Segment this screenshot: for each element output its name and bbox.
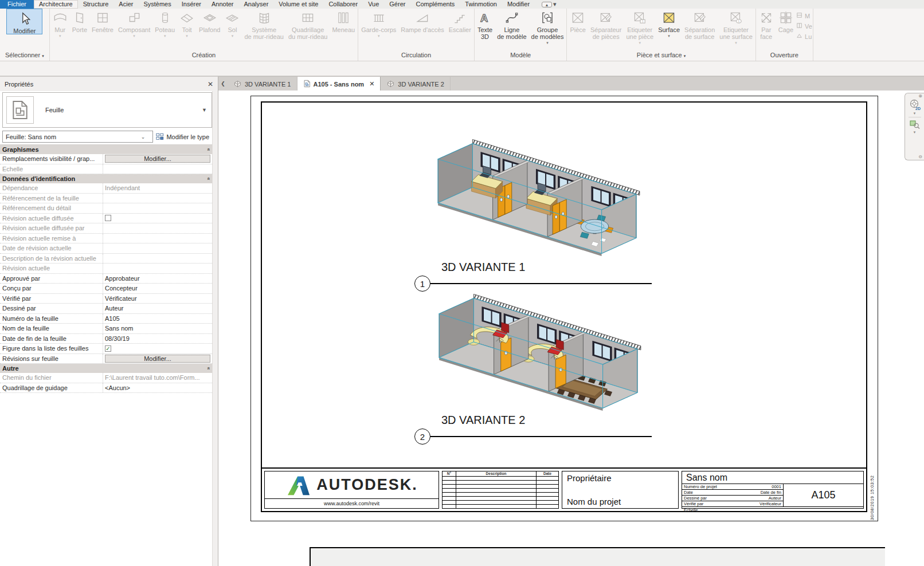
ribbon-tab-vue[interactable]: Vue xyxy=(363,0,384,9)
group-label-selectionner[interactable]: Sélectionner ▾ xyxy=(1,52,49,61)
property-modify-button[interactable]: Modifier... xyxy=(105,355,210,363)
sheet-viewport-variant-2[interactable] xyxy=(424,293,655,414)
property-row: DépendanceIndépendant xyxy=(0,183,212,194)
file-menu-button[interactable]: Fichier xyxy=(0,0,34,9)
ribbon-button-pi-ce[interactable]: Pièce xyxy=(567,9,588,33)
railing-icon xyxy=(371,10,386,25)
ribbon-tab-syst-mes[interactable]: Systèmes xyxy=(138,0,176,9)
view-tab-3d-variante-2[interactable]: 3D VARIANTE 2 xyxy=(381,77,451,91)
ribbon-button-etiqueter-une-surface[interactable]: 1Etiqueter une surface▾ xyxy=(717,9,754,45)
section-title: Graphismes xyxy=(2,146,39,153)
section-header-donn-es-d-identification[interactable]: Données d'identification« xyxy=(0,174,212,183)
ribbon-button-mur[interactable]: Mur▾ xyxy=(50,9,70,38)
ribbon-button-cage[interactable]: Cage xyxy=(776,9,796,33)
ribbon-button-groupe-de-mod-les[interactable]: Groupe de modèles▾ xyxy=(529,9,566,45)
section-header-autre[interactable]: Autre« xyxy=(0,364,212,373)
property-modify-button[interactable]: Modifier... xyxy=(105,155,210,163)
ribbon-button-composant[interactable]: Composant▾ xyxy=(116,9,152,38)
property-value[interactable]: Modifier... xyxy=(103,354,212,364)
property-value[interactable]: Auteur xyxy=(103,304,212,313)
close-icon[interactable]: ✕ xyxy=(207,80,213,88)
sheet-name-value: Sans nom xyxy=(682,471,863,484)
ribbon-tab-annoter[interactable]: Annoter xyxy=(206,0,239,9)
property-value[interactable]: Concepteur xyxy=(103,284,212,293)
ribbon-button-par-face[interactable]: Par face xyxy=(757,9,776,40)
close-tab-icon[interactable]: ✕ xyxy=(369,80,374,88)
edit-type-button[interactable]: Modifier le type xyxy=(153,131,212,143)
ribbon-button-texte-3d[interactable]: ATexte 3D xyxy=(475,9,495,40)
ribbon-button-fen-tre[interactable]: Fenêtre xyxy=(89,9,116,33)
property-checkbox[interactable] xyxy=(105,215,111,221)
instance-selector-combo[interactable]: Feuille: Sans nom ⌄ xyxy=(2,131,153,143)
property-label: Numéro de la feuille xyxy=(0,314,103,324)
ribbon-tab-volume-et-site[interactable]: Volume et site xyxy=(273,0,323,9)
ribbon-mini-button-lu[interactable]: Lu xyxy=(796,32,812,41)
ribbon-button-plafond[interactable]: Plafond xyxy=(197,9,222,33)
collapse-chevron-icon: « xyxy=(205,177,211,180)
collapse-icon[interactable]: ⊖ xyxy=(918,155,924,159)
ribbon-button-poteau[interactable]: Poteau▾ xyxy=(152,9,177,38)
type-selector[interactable]: Feuille ▼ xyxy=(2,92,212,128)
chevron-down-icon[interactable]: ▾ xyxy=(914,111,916,115)
ribbon-button-surface[interactable]: Surface▾ xyxy=(656,9,682,38)
view-tab-3d-variante-1[interactable]: 3D VARIANTE 1 xyxy=(228,77,297,91)
modify-button[interactable]: Modifier xyxy=(6,9,42,34)
property-label: Approuvé par xyxy=(0,274,103,284)
ribbon-button-toit[interactable]: Toit▾ xyxy=(177,9,197,38)
property-checkbox[interactable]: ✓ xyxy=(105,345,111,352)
close-icon[interactable]: ⊗ xyxy=(918,94,924,99)
property-value[interactable]: <Aucun> xyxy=(103,383,212,393)
ribbon-button-ligne-de-mod-le[interactable]: Ligne de modèle xyxy=(495,9,528,40)
tag-surface-icon: 1 xyxy=(729,10,743,25)
ribbon-tab-g-rer[interactable]: Gérer xyxy=(384,0,410,9)
section-header-graphismes[interactable]: Graphismes« xyxy=(0,145,212,154)
ribbon-button-syst-me-de-mur-rideau[interactable]: Système de mur-rideau xyxy=(242,9,285,40)
title-block[interactable]: AUTODESK. www.autodesk.com/revit N° Desc… xyxy=(262,467,866,511)
ribbon-button-sol[interactable]: Sol▾ xyxy=(222,9,242,38)
ribbon-tab-twinmotion[interactable]: Twinmotion xyxy=(460,0,502,9)
ribbon-button-escalier[interactable]: Escalier xyxy=(447,9,473,33)
ribbon-tab-ins-rer[interactable]: Insérer xyxy=(177,0,206,9)
ribbon-button-garde-corps[interactable]: Garde-corps▾ xyxy=(359,9,398,38)
ribbon-tab-analyser[interactable]: Analyser xyxy=(239,0,274,9)
property-value[interactable]: 08/30/19 xyxy=(103,334,212,344)
property-value[interactable]: Approbateur xyxy=(103,274,212,284)
property-value[interactable]: Sans nom xyxy=(103,324,212,333)
ribbon-button-rampe-d-acc-s[interactable]: Rampe d'accès xyxy=(398,9,446,33)
detail-number-bubble-2: 2 xyxy=(414,429,430,445)
ribbon-mini-button-m[interactable]: M xyxy=(796,11,812,20)
properties-scrollbar[interactable] xyxy=(212,91,218,566)
zoom-region-icon[interactable] xyxy=(905,119,924,129)
ribbon-tab-compl-ments[interactable]: Compléments xyxy=(410,0,460,9)
ribbon-tab-collaborer[interactable]: Collaborer xyxy=(323,0,363,9)
titleblock-logo-cell: AUTODESK. www.autodesk.com/revit xyxy=(264,471,439,509)
property-value[interactable]: Vérificateur xyxy=(103,294,212,304)
chevron-down-icon: ▾ xyxy=(668,34,670,38)
group-label-pi-ce-et-surface[interactable]: Pièce et surface ▾ xyxy=(567,52,754,61)
ribbon-tab-structure[interactable]: Structure xyxy=(78,0,114,9)
property-value[interactable]: A105 xyxy=(103,314,212,324)
property-value[interactable]: ✓ xyxy=(103,344,212,353)
ribbon-button-s-paration-de-surface[interactable]: Séparation de surface xyxy=(682,9,717,40)
chevron-down-icon[interactable]: ▾ xyxy=(914,130,916,134)
iso-module-drawing-variant-1[interactable] xyxy=(423,139,653,258)
ribbon-minimize-toggle[interactable]: ▲▾ xyxy=(538,0,560,9)
ribbon-tab-acier[interactable]: Acier xyxy=(113,0,138,9)
view-tab-a105-sans-nom[interactable]: A105 - Sans nom✕ xyxy=(297,77,381,91)
drawing-area[interactable]: AUTODESK. www.autodesk.com/revit N° Desc… xyxy=(218,91,924,566)
revision-empty-row xyxy=(443,489,558,493)
property-value: F:\Laurent travail tuto.com\Form... xyxy=(103,373,212,383)
ribbon-button-meneau[interactable]: Meneau xyxy=(330,9,357,33)
property-value[interactable]: Modifier... xyxy=(103,154,212,164)
tab-scroll-left-icon[interactable]: ❮ xyxy=(218,77,228,91)
ribbon-tab-modifier[interactable]: Modifier xyxy=(502,0,535,9)
ribbon-button-s-parateur-de-pi-ces[interactable]: Séparateur de pièces xyxy=(588,9,624,40)
ribbon-mini-button-ve[interactable]: Ve xyxy=(796,22,812,30)
steering-wheel-2d-icon[interactable]: 2D xyxy=(905,99,924,111)
iso-module-drawing-variant-2[interactable] xyxy=(424,293,655,412)
ribbon-button-etiqueter-une-pi-ce[interactable]: 1Etiqueter une pièce▾ xyxy=(624,9,656,45)
ribbon-button-porte[interactable]: Porte xyxy=(70,9,89,33)
ribbon-tab-architecture[interactable]: Architecture xyxy=(34,0,78,9)
ribbon-button-quadrillage-du-mur-rideau[interactable]: Quadrillage du mur-rideau xyxy=(286,9,330,40)
sheet-viewport-variant-1[interactable] xyxy=(423,139,653,259)
